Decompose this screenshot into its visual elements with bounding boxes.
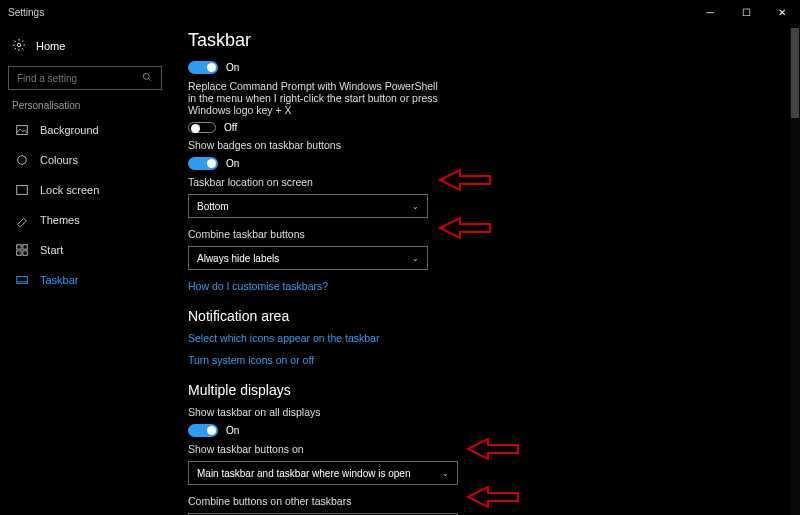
scrollbar[interactable] bbox=[790, 24, 800, 515]
select-combine[interactable]: Always hide labels ⌄ bbox=[188, 246, 428, 270]
combine-other-label: Combine buttons on other taskbars bbox=[188, 495, 448, 507]
select-value: Main taskbar and taskbar where window is… bbox=[197, 468, 410, 479]
themes-icon bbox=[14, 213, 30, 227]
maximize-icon[interactable]: ☐ bbox=[728, 0, 764, 24]
toggle-switch[interactable] bbox=[188, 122, 216, 133]
location-label: Taskbar location on screen bbox=[188, 176, 448, 188]
toggle-switch[interactable] bbox=[188, 424, 218, 437]
home-label: Home bbox=[36, 40, 65, 52]
svg-rect-7 bbox=[17, 251, 21, 255]
search-icon bbox=[141, 71, 153, 85]
chevron-down-icon: ⌄ bbox=[412, 202, 419, 211]
powershell-label: Replace Command Prompt with Windows Powe… bbox=[188, 80, 448, 116]
svg-point-3 bbox=[18, 156, 27, 165]
sidebar-item-colours[interactable]: Colours bbox=[8, 145, 162, 175]
svg-point-1 bbox=[143, 73, 149, 79]
main-panel: Taskbar On Replace Command Prompt with W… bbox=[170, 24, 800, 515]
close-icon[interactable]: ✕ bbox=[764, 0, 800, 24]
svg-rect-4 bbox=[17, 186, 28, 195]
notif-link-1[interactable]: Select which icons appear on the taskbar bbox=[188, 332, 780, 344]
select-show-buttons[interactable]: Main taskbar and taskbar where window is… bbox=[188, 461, 458, 485]
show-buttons-label: Show taskbar buttons on bbox=[188, 443, 448, 455]
titlebar: Settings ─ ☐ ✕ bbox=[0, 0, 800, 24]
category-label: Personalisation bbox=[12, 100, 158, 111]
select-value: Always hide labels bbox=[197, 253, 279, 264]
gear-icon bbox=[12, 38, 26, 54]
sidebar-item-label: Themes bbox=[40, 214, 80, 226]
picture-icon bbox=[14, 123, 30, 137]
sidebar-item-taskbar[interactable]: Taskbar bbox=[8, 265, 162, 295]
notification-header: Notification area bbox=[188, 308, 780, 324]
sidebar: Home Personalisation Background Colours … bbox=[0, 24, 170, 515]
sidebar-item-lock-screen[interactable]: Lock screen bbox=[8, 175, 162, 205]
multiple-displays-header: Multiple displays bbox=[188, 382, 780, 398]
svg-rect-6 bbox=[23, 245, 27, 249]
page-title: Taskbar bbox=[188, 30, 780, 51]
svg-rect-8 bbox=[23, 251, 27, 255]
chevron-down-icon: ⌄ bbox=[442, 469, 449, 478]
toggle-top[interactable]: On bbox=[188, 61, 780, 74]
show-all-label: Show taskbar on all displays bbox=[188, 406, 448, 418]
scrollbar-thumb[interactable] bbox=[791, 28, 799, 118]
toggle-state: Off bbox=[224, 122, 237, 133]
sidebar-item-label: Taskbar bbox=[40, 274, 79, 286]
toggle-switch[interactable] bbox=[188, 157, 218, 170]
palette-icon bbox=[14, 153, 30, 167]
taskbar-icon bbox=[14, 273, 30, 287]
toggle-badges[interactable]: On bbox=[188, 157, 780, 170]
select-value: Bottom bbox=[197, 201, 229, 212]
svg-rect-5 bbox=[17, 245, 21, 249]
combine-label: Combine taskbar buttons bbox=[188, 228, 448, 240]
lock-icon bbox=[14, 183, 30, 197]
svg-point-0 bbox=[17, 43, 21, 47]
minimize-icon[interactable]: ─ bbox=[692, 0, 728, 24]
home-button[interactable]: Home bbox=[8, 32, 162, 60]
search-input[interactable] bbox=[8, 66, 162, 90]
sidebar-item-label: Lock screen bbox=[40, 184, 99, 196]
sidebar-item-label: Start bbox=[40, 244, 63, 256]
search-field[interactable] bbox=[17, 73, 127, 84]
notif-link-2[interactable]: Turn system icons on or off bbox=[188, 354, 780, 366]
sidebar-item-background[interactable]: Background bbox=[8, 115, 162, 145]
badges-label: Show badges on taskbar buttons bbox=[188, 139, 448, 151]
sidebar-item-themes[interactable]: Themes bbox=[8, 205, 162, 235]
sidebar-item-label: Colours bbox=[40, 154, 78, 166]
select-location[interactable]: Bottom ⌄ bbox=[188, 194, 428, 218]
toggle-state: On bbox=[226, 62, 239, 73]
window-title: Settings bbox=[8, 7, 44, 18]
toggle-powershell[interactable]: Off bbox=[188, 122, 780, 133]
start-icon bbox=[14, 243, 30, 257]
toggle-state: On bbox=[226, 425, 239, 436]
sidebar-item-start[interactable]: Start bbox=[8, 235, 162, 265]
svg-rect-9 bbox=[17, 277, 28, 284]
toggle-switch[interactable] bbox=[188, 61, 218, 74]
window-controls: ─ ☐ ✕ bbox=[692, 0, 800, 24]
toggle-state: On bbox=[226, 158, 239, 169]
svg-rect-2 bbox=[17, 126, 28, 135]
chevron-down-icon: ⌄ bbox=[412, 254, 419, 263]
sidebar-item-label: Background bbox=[40, 124, 99, 136]
customise-link[interactable]: How do I customise taskbars? bbox=[188, 280, 780, 292]
toggle-show-all[interactable]: On bbox=[188, 424, 780, 437]
